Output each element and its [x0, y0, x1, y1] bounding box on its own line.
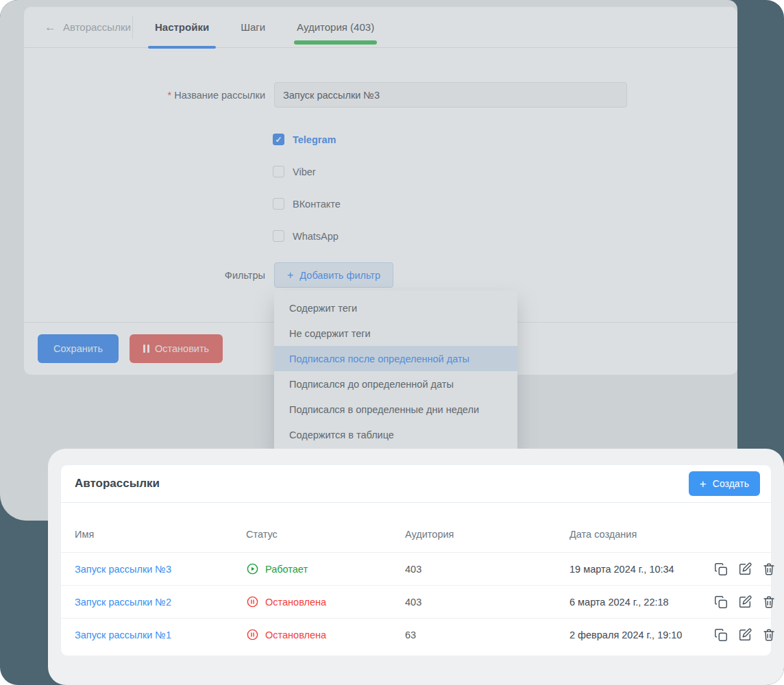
mailing-name-link[interactable]: Запуск рассылки №1 — [75, 630, 246, 640]
audience-tab-green-bar — [294, 40, 377, 45]
delete-icon[interactable] — [761, 562, 776, 577]
edit-icon[interactable] — [737, 595, 752, 610]
channel-label: Viber — [293, 166, 316, 177]
tab-audience-label: Аудитория (403) — [297, 21, 374, 33]
create-button[interactable]: + Создать — [689, 471, 760, 496]
stop-button[interactable]: Остановить — [130, 334, 223, 363]
back-link-label: Авторассылки — [63, 21, 131, 33]
column-header-status: Статус — [246, 529, 405, 540]
pause-icon — [143, 345, 149, 353]
play-circle-icon — [246, 562, 259, 575]
active-tab-underline — [148, 46, 216, 49]
filter-menu-item-label: Содержит теги — [289, 303, 357, 314]
filter-dropdown-menu: Содержит теги Не содержит теги Подписалс… — [274, 290, 517, 452]
filter-menu-item[interactable]: Подписался до определенной даты — [274, 371, 517, 397]
stop-button-label: Остановить — [155, 343, 209, 354]
editor-form: *Название рассылки Telegram Viber — [24, 48, 737, 288]
audience-count: 403 — [405, 597, 569, 608]
created-date: 19 марта 2024 г., 10:34 — [569, 564, 713, 575]
table-header-row: Имя Статус Аудитория Дата создания — [61, 503, 771, 552]
name-field-label-text: Название рассылки — [174, 90, 265, 101]
table-row: Запуск рассылки №3 — [61, 552, 771, 585]
plus-icon: + — [287, 270, 293, 281]
tab-settings[interactable]: Настройки — [148, 7, 216, 47]
filter-menu-item[interactable]: Подписался в определенные дни недели — [274, 397, 517, 422]
delete-icon[interactable] — [761, 595, 776, 610]
delete-icon[interactable] — [761, 627, 776, 643]
copy-icon[interactable] — [713, 627, 728, 643]
copy-icon[interactable] — [713, 595, 728, 610]
audience-count: 403 — [405, 564, 569, 575]
column-header-audience: Аудитория — [405, 529, 569, 540]
mailing-name-link[interactable]: Запуск рассылки №3 — [75, 564, 246, 575]
filter-menu-item-label: Подписался в определенные дни недели — [289, 404, 479, 415]
tab-audience[interactable]: Аудитория (403) — [290, 7, 381, 47]
filter-menu-item[interactable]: Содержит теги — [274, 295, 517, 321]
header-divider — [132, 16, 133, 39]
filter-menu-item-label: Подписался до определенной даты — [289, 379, 454, 390]
pause-circle-icon — [246, 595, 259, 608]
add-filter-button-label: Добавить фильтр — [299, 270, 380, 281]
table-row: Запуск рассылки №1 — [61, 618, 771, 651]
back-to-list-link[interactable]: ← Авторассылки — [45, 21, 125, 33]
row-actions — [713, 627, 776, 643]
tab-steps-label: Шаги — [241, 21, 265, 33]
checkbox-icon[interactable] — [273, 134, 284, 145]
table-row: Запуск рассылки №2 — [61, 585, 771, 618]
name-field-row: *Название рассылки — [24, 82, 737, 108]
edit-icon[interactable] — [737, 627, 752, 643]
mailing-name-input[interactable] — [274, 82, 627, 108]
status-badge: Остановлена — [246, 595, 405, 608]
channel-label: Telegram — [293, 134, 336, 145]
required-asterisk: * — [168, 90, 172, 101]
mailing-list-panel: Авторассылки + Создать Имя Статус Аудито… — [48, 449, 784, 685]
pause-circle-icon — [246, 628, 259, 641]
filter-menu-item-label: Не содержит теги — [289, 328, 371, 339]
back-arrow-icon: ← — [45, 21, 56, 33]
mailing-name-link[interactable]: Запуск рассылки №2 — [75, 597, 246, 608]
status-label: Остановлена — [265, 597, 326, 608]
column-header-name: Имя — [75, 529, 246, 540]
create-button-label: Создать — [713, 478, 749, 489]
name-field-label: *Название рассылки — [24, 90, 265, 101]
filter-menu-item-label: Содержится в таблице — [289, 429, 394, 440]
row-actions — [713, 595, 776, 610]
editor-header: ← Авторассылки Настройки Шаги Аудитория … — [24, 7, 737, 48]
channel-checkbox-row[interactable]: Telegram — [273, 134, 737, 145]
audience-count: 63 — [405, 630, 569, 640]
row-actions — [713, 562, 776, 577]
checkbox-icon[interactable] — [273, 166, 284, 177]
status-badge: Работает — [246, 562, 405, 575]
created-date: 2 февраля 2024 г., 19:10 — [569, 630, 713, 640]
channel-checkbox-row[interactable]: Viber — [273, 166, 737, 177]
mailing-list-card: Авторассылки + Создать Имя Статус Аудито… — [60, 464, 772, 656]
table-body: Запуск рассылки №3 — [61, 552, 771, 651]
filter-menu-item[interactable]: Подписался после определенной даты — [274, 346, 517, 371]
filter-menu-item[interactable]: Содержится в таблице — [274, 422, 517, 447]
channel-checkbox-row[interactable]: WhatsApp — [273, 230, 737, 242]
page-title: Авторассылки — [75, 477, 160, 490]
status-badge: Остановлена — [246, 628, 405, 641]
filter-menu-item-label: Подписался после определенной даты — [289, 353, 469, 364]
filters-row: Фильтры + Добавить фильтр — [24, 262, 737, 288]
list-header: Авторассылки + Создать — [61, 465, 771, 503]
edit-icon[interactable] — [737, 562, 752, 577]
channel-checkbox-group: Telegram Viber ВКонтакте WhatsAp — [273, 134, 737, 242]
status-label: Работает — [265, 564, 308, 575]
save-button[interactable]: Сохранить — [38, 334, 119, 363]
channel-checkbox-row[interactable]: ВКонтакте — [273, 198, 737, 210]
add-filter-button[interactable]: + Добавить фильтр — [274, 262, 393, 288]
plus-icon: + — [700, 478, 707, 490]
created-date: 6 марта 2024 г., 22:18 — [569, 597, 713, 608]
column-header-created: Дата создания — [569, 529, 713, 540]
editor-tabs: Настройки Шаги Аудитория (403) — [148, 7, 399, 47]
channel-label: ВКонтакте — [293, 199, 341, 210]
checkbox-icon[interactable] — [273, 198, 284, 210]
filter-menu-item[interactable]: Не содержит теги — [274, 321, 517, 346]
tab-settings-label: Настройки — [155, 21, 209, 33]
filters-label: Фильтры — [24, 270, 265, 281]
tab-steps[interactable]: Шаги — [234, 7, 272, 47]
checkbox-icon[interactable] — [273, 230, 284, 242]
copy-icon[interactable] — [713, 562, 728, 577]
status-label: Остановлена — [265, 630, 326, 640]
